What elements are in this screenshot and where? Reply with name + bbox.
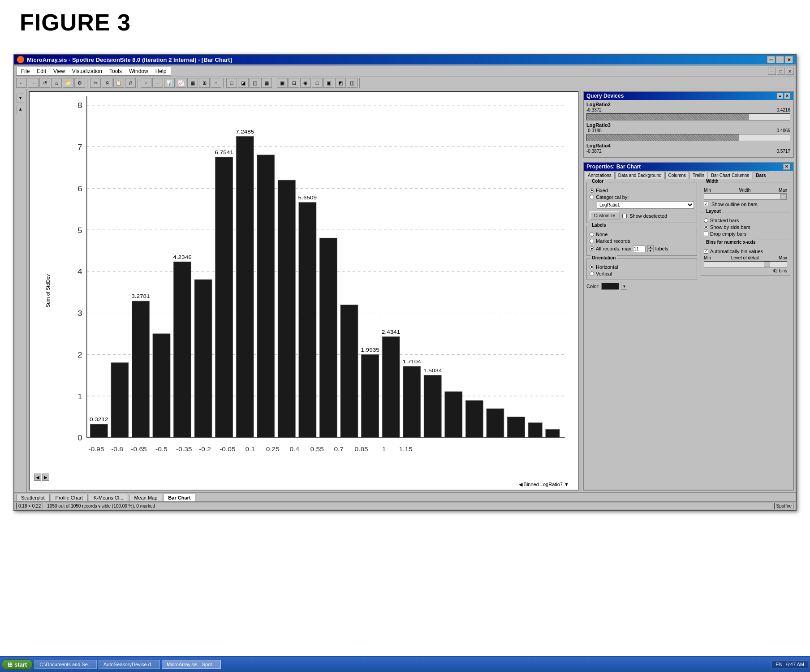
spin-down-btn[interactable]: ▼ (647, 249, 654, 252)
logratio2-slider[interactable] (586, 113, 790, 121)
tab-scatterplot[interactable]: Scatterplot (16, 494, 50, 501)
extra-1[interactable]: ▣ (277, 78, 288, 88)
mdi-close-btn[interactable]: ✕ (786, 68, 794, 75)
tab-mean-map[interactable]: Mean Map (129, 494, 162, 501)
show-deselected-checkbox[interactable] (622, 214, 627, 218)
x-axis-label-value: Binned LogRatio7 (524, 482, 563, 487)
categorical-select[interactable]: LogRatio1 (597, 201, 694, 209)
extra-5[interactable]: ▣ (323, 78, 334, 88)
menu-help[interactable]: Help (153, 68, 169, 75)
x-axis-label-arrow: ▼ (564, 482, 569, 487)
tab-trellis[interactable]: Trellis (689, 172, 707, 179)
settings-button[interactable]: ⚙ (74, 78, 85, 88)
mode-3[interactable]: ◫ (250, 78, 260, 88)
zoom-out-button[interactable]: − (152, 78, 163, 88)
tab-k-means[interactable]: K-Means Cl... (89, 494, 129, 501)
taskbar-time: 6:47 AM (786, 662, 804, 667)
taskbar-item-1[interactable]: C:\Documents and Se... (34, 660, 97, 669)
folder-button[interactable]: 📁 (63, 78, 73, 88)
extra-4[interactable]: □ (312, 78, 323, 88)
print-button[interactable]: 🖨 (125, 78, 136, 88)
show-outline-checkbox[interactable] (704, 202, 708, 206)
menu-file[interactable]: File (18, 68, 32, 75)
taskbar-item-3[interactable]: MicroArray.sis - Spot... (162, 660, 221, 669)
extra-6[interactable]: ◩ (335, 78, 346, 88)
taskbar-item-2[interactable]: AutoSensoryDevice.d... (99, 660, 160, 669)
chart-type-5[interactable]: ≡ (211, 78, 221, 88)
logratio3-slider[interactable] (586, 134, 790, 141)
restore-button[interactable]: □ (776, 56, 784, 63)
sidebar-tab-xaxis[interactable]: ▼ (17, 105, 24, 114)
customize-button[interactable]: Customize (590, 211, 620, 220)
side-radio[interactable] (704, 225, 708, 229)
start-button[interactable]: ⊞ start (2, 659, 33, 670)
menu-edit[interactable]: Edit (34, 68, 49, 75)
drop-empty-checkbox[interactable] (704, 232, 708, 236)
mdi-max-btn[interactable]: □ (777, 68, 785, 75)
minimize-button[interactable]: — (767, 56, 775, 63)
color-dropdown-btn[interactable]: ▼ (621, 283, 627, 290)
props-close-btn[interactable]: ✕ (783, 164, 790, 170)
mode-2[interactable]: ◪ (238, 78, 249, 88)
sidebar-tab-yaxis[interactable]: ▲ (17, 94, 24, 103)
tab-bars[interactable]: Bars (753, 172, 769, 179)
spin-up-btn[interactable]: ▲ (647, 245, 654, 249)
chart-nav-prev[interactable]: ◀ (34, 474, 41, 481)
forward-button[interactable]: → (28, 78, 39, 88)
categorical-radio[interactable] (590, 195, 594, 199)
fixed-radio[interactable] (590, 188, 594, 193)
tab-profile-chart[interactable]: Profile Chart (51, 494, 88, 501)
svg-text:1.7104: 1.7104 (402, 359, 421, 365)
qd-pin-btn[interactable]: ▲ (777, 93, 783, 99)
color-options: Fixed Categorical by: LogRatio1 (590, 188, 694, 221)
back-button[interactable]: ← (16, 78, 27, 88)
title-bar: MicroArray.sis - Spotfire DecisionSite 8… (14, 55, 796, 65)
chart-type-1[interactable]: 📊 (164, 78, 175, 88)
chart-type-4[interactable]: ⊞ (199, 78, 210, 88)
vertical-radio[interactable] (590, 271, 594, 276)
marked-radio[interactable] (590, 239, 594, 243)
chart-type-3[interactable]: ▦ (187, 78, 198, 88)
chart-type-2[interactable]: 📈 (176, 78, 186, 88)
extra-2[interactable]: ⊟ (289, 78, 299, 88)
mode-1[interactable]: □ (226, 78, 237, 88)
tab-bar-chart[interactable]: Bar Chart (163, 494, 195, 501)
extra-3[interactable]: ◉ (300, 78, 311, 88)
svg-rect-63 (445, 392, 462, 438)
svg-text:0.55: 0.55 (310, 446, 324, 452)
stacked-radio[interactable] (704, 218, 708, 223)
auto-bin-checkbox[interactable] (704, 249, 708, 254)
tab-data-background[interactable]: Data and Background (615, 172, 665, 179)
menu-view[interactable]: View (51, 68, 68, 75)
bins-slider[interactable] (704, 261, 787, 267)
qd-close-btn[interactable]: ✕ (784, 93, 790, 99)
properties-title: Properties: Bar Chart ✕ (584, 163, 793, 171)
tab-annotations[interactable]: Annotations (585, 172, 615, 179)
menu-visualization[interactable]: Visualization (69, 68, 105, 75)
svg-text:-0.2: -0.2 (199, 446, 211, 452)
width-slider[interactable] (704, 194, 787, 200)
tab-bar-chart-columns[interactable]: Bar Chart Columns (708, 172, 752, 179)
logratio3-row: LogRatio3 -0.3188 0.4065 (586, 122, 790, 141)
menu-tools[interactable]: Tools (107, 68, 125, 75)
refresh-button[interactable]: ↺ (39, 78, 50, 88)
home-button[interactable]: ⌂ (51, 78, 62, 88)
none-radio[interactable] (590, 232, 594, 237)
mdi-buttons: — □ ✕ (768, 68, 794, 75)
menu-window[interactable]: Window (126, 68, 151, 75)
mode-4[interactable]: ▦ (261, 78, 272, 88)
copy-button[interactable]: ⎘ (102, 78, 112, 88)
chart-nav-next[interactable]: ▶ (42, 474, 49, 481)
cut-button[interactable]: ✂ (90, 78, 101, 88)
extra-7[interactable]: ◫ (347, 78, 358, 88)
max-labels-input[interactable] (633, 246, 646, 252)
svg-text:5: 5 (78, 226, 82, 234)
mdi-min-btn[interactable]: — (768, 68, 776, 75)
horizontal-radio[interactable] (590, 265, 594, 269)
tab-columns[interactable]: Columns (665, 172, 689, 179)
zoom-in-button[interactable]: + (141, 78, 151, 88)
paste-button[interactable]: 📋 (113, 78, 124, 88)
color-swatch[interactable] (601, 283, 619, 290)
all-radio[interactable] (590, 246, 594, 251)
close-button[interactable]: ✕ (785, 56, 793, 63)
